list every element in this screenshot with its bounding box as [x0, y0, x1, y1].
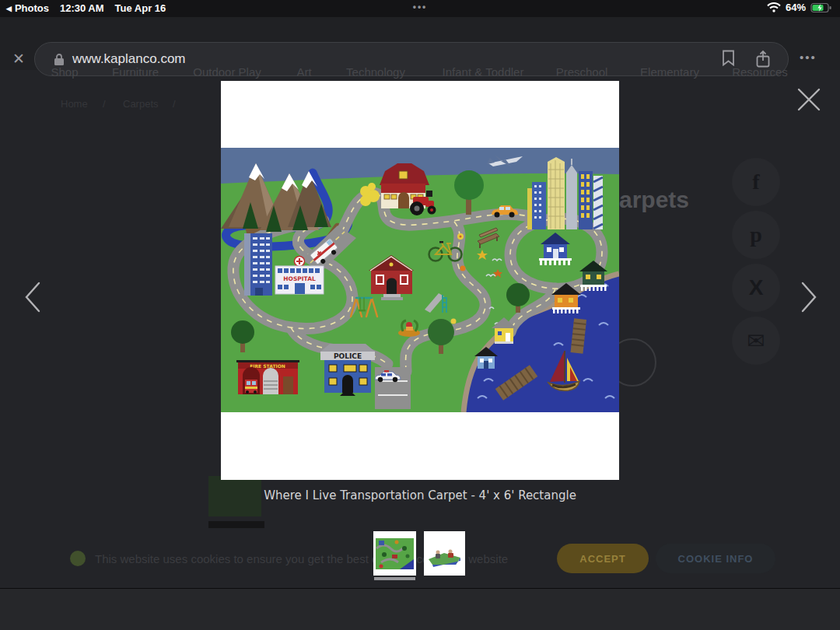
facebook-share-button[interactable]: f: [732, 158, 780, 206]
wifi-icon: [767, 2, 781, 12]
x-share-button[interactable]: X: [732, 264, 780, 312]
facebook-icon: f: [752, 170, 759, 194]
multitask-handle-icon[interactable]: •••: [0, 2, 840, 12]
url-text: www.kaplanco.com: [72, 51, 722, 67]
browser-toolbar: ✕ www.kaplanco.com •••: [0, 17, 840, 70]
breadcrumb-separator: /: [173, 98, 176, 110]
nav-item-outdoor-play[interactable]: Outdoor Play: [193, 65, 261, 79]
battery-charging-icon: [810, 2, 832, 13]
fire-station-sign: FIRE STATION: [250, 363, 285, 369]
selected-thumbnail-indicator: [374, 577, 415, 580]
breadcrumb-carpets[interactable]: Carpets: [123, 98, 159, 110]
pinterest-icon: p: [750, 222, 762, 247]
nav-item-resources[interactable]: Resources: [732, 65, 788, 79]
page-title-fragment: arpets: [619, 187, 689, 213]
bookmark-icon[interactable]: [722, 50, 735, 66]
thumbnail-carpet-map[interactable]: [373, 531, 416, 576]
playground-springtoy: [398, 320, 420, 337]
status-bar: ◀ Photos 12:30 AM Tue Apr 16 ••• 64%: [0, 0, 840, 17]
close-tab-button[interactable]: ✕: [8, 48, 30, 70]
lightbox-caption: Where I Live Transportation Carpet - 4' …: [0, 488, 840, 502]
office-tower: [244, 233, 272, 296]
cookie-icon: [70, 551, 86, 566]
nav-item-art[interactable]: Art: [296, 65, 311, 79]
previous-image-button[interactable]: [22, 280, 42, 314]
breadcrumb-home[interactable]: Home: [61, 98, 88, 110]
lightbox-product-image[interactable]: HOSPITAL: [221, 81, 619, 480]
pinterest-share-button[interactable]: p: [732, 211, 780, 259]
x-twitter-icon: X: [749, 275, 764, 300]
email-share-button[interactable]: ✉: [732, 317, 780, 365]
thumbnail-kids-photo[interactable]: [424, 531, 465, 576]
nav-item-infant-toddler[interactable]: Infant & Toddler: [443, 65, 524, 79]
nav-item-technology[interactable]: Technology: [346, 65, 405, 79]
next-image-button[interactable]: [800, 280, 820, 314]
lock-icon: [54, 53, 65, 66]
dim-thumbnail-bar: [208, 521, 264, 528]
nav-item-shop[interactable]: Shop: [51, 65, 78, 79]
breadcrumb-separator: /: [103, 98, 106, 110]
email-icon: ✉: [747, 328, 765, 354]
hospital-sign: HOSPITAL: [283, 275, 316, 282]
lightbox-close-button[interactable]: [793, 83, 825, 116]
nav-item-furniture[interactable]: Furniture: [112, 65, 159, 79]
browser-bottom-toolbar: 9: [0, 588, 840, 630]
police-station: POLICE: [320, 344, 375, 396]
cookie-info-button[interactable]: COOKIE INFO: [656, 544, 775, 573]
fire-station: FIRE STATION: [236, 360, 299, 394]
nav-item-elementary[interactable]: Elementary: [640, 65, 699, 79]
battery-percent: 64%: [786, 2, 806, 13]
carpet-illustration: HOSPITAL: [221, 148, 619, 412]
more-menu-icon[interactable]: •••: [800, 51, 817, 64]
police-sign: POLICE: [334, 352, 362, 360]
nav-item-preschool[interactable]: Preschool: [556, 65, 608, 79]
accept-cookies-button[interactable]: ACCEPT: [557, 544, 649, 573]
